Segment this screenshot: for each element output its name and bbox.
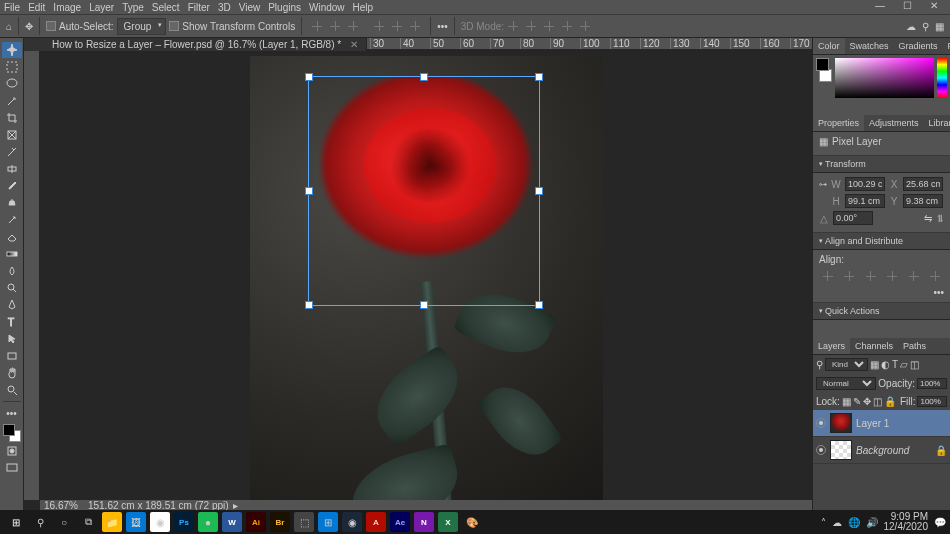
window-close-button[interactable]: ✕ bbox=[930, 0, 938, 11]
lock-position-icon[interactable]: ✥ bbox=[863, 396, 871, 407]
tray-network-icon[interactable]: 🌐 bbox=[848, 517, 860, 528]
lock-icon[interactable]: 🔒 bbox=[935, 445, 947, 456]
edit-toolbar-icon[interactable]: ••• bbox=[2, 405, 22, 421]
filter-smart-icon[interactable]: ◫ bbox=[910, 359, 919, 370]
y-input[interactable] bbox=[903, 194, 943, 208]
screen-mode-icon[interactable] bbox=[2, 460, 22, 476]
hue-slider[interactable] bbox=[937, 58, 947, 98]
flip-horizontal-icon[interactable]: ⇋ bbox=[924, 213, 932, 224]
foreground-color[interactable] bbox=[3, 424, 15, 436]
healing-brush-tool[interactable] bbox=[2, 161, 22, 177]
menu-select[interactable]: Select bbox=[152, 2, 180, 13]
tab-paths[interactable]: Paths bbox=[898, 338, 931, 354]
frame-tool[interactable] bbox=[2, 127, 22, 143]
3d-orbit-icon[interactable] bbox=[506, 19, 520, 33]
align-more-icon[interactable]: ••• bbox=[933, 287, 944, 298]
filter-shape-icon[interactable]: ▱ bbox=[900, 359, 908, 370]
layer-row-background[interactable]: Background 🔒 bbox=[813, 437, 950, 464]
angle-input[interactable] bbox=[833, 211, 873, 225]
history-brush-tool[interactable] bbox=[2, 212, 22, 228]
tab-layers[interactable]: Layers bbox=[813, 338, 850, 354]
eraser-tool[interactable] bbox=[2, 229, 22, 245]
auto-select-checkbox[interactable] bbox=[46, 21, 56, 31]
menu-file[interactable]: File bbox=[4, 2, 20, 13]
taskbar-app-steam[interactable]: ◉ bbox=[342, 512, 362, 532]
menu-type[interactable]: Type bbox=[122, 2, 144, 13]
layer-name-layer1[interactable]: Layer 1 bbox=[856, 418, 889, 429]
task-view-button[interactable]: ⧉ bbox=[78, 512, 98, 532]
menu-view[interactable]: View bbox=[239, 2, 261, 13]
filter-type-icon[interactable]: T bbox=[892, 359, 898, 370]
menu-filter[interactable]: Filter bbox=[188, 2, 210, 13]
crop-tool[interactable] bbox=[2, 110, 22, 126]
align-horizontal-centers-icon[interactable] bbox=[843, 269, 857, 283]
document-tab[interactable]: How to Resize a Layer – Flower.psd @ 16.… bbox=[44, 38, 367, 51]
quick-mask-icon[interactable] bbox=[2, 443, 22, 459]
magic-wand-tool[interactable] bbox=[2, 93, 22, 109]
status-chevron-icon[interactable]: ▸ bbox=[233, 500, 238, 511]
visibility-toggle-background[interactable] bbox=[816, 445, 826, 455]
align-bottom-icon[interactable] bbox=[408, 19, 422, 33]
align-right-icon[interactable] bbox=[346, 19, 360, 33]
taskbar-app-paint[interactable]: 🎨 bbox=[462, 512, 482, 532]
taskbar-app-spotify[interactable]: ● bbox=[198, 512, 218, 532]
flip-vertical-icon[interactable]: ⥮ bbox=[936, 213, 944, 224]
menu-image[interactable]: Image bbox=[53, 2, 81, 13]
taskbar-app-photos[interactable]: 🖼 bbox=[126, 512, 146, 532]
tab-adjustments[interactable]: Adjustments bbox=[864, 115, 924, 131]
eyedropper-tool[interactable] bbox=[2, 144, 22, 160]
hand-tool[interactable] bbox=[2, 365, 22, 381]
taskbar-app-generic1[interactable]: ⬚ bbox=[294, 512, 314, 532]
align-top-edges-icon[interactable] bbox=[886, 269, 900, 283]
layer-row-layer1[interactable]: Layer 1 bbox=[813, 410, 950, 437]
menu-plugins[interactable]: Plugins bbox=[268, 2, 301, 13]
rectangle-tool[interactable] bbox=[2, 348, 22, 364]
width-input[interactable] bbox=[845, 177, 885, 191]
taskbar-app-illustrator[interactable]: Ai bbox=[246, 512, 266, 532]
tab-gradients[interactable]: Gradients bbox=[894, 38, 943, 54]
align-top-icon[interactable] bbox=[372, 19, 386, 33]
tray-notifications-icon[interactable]: 💬 bbox=[934, 517, 946, 528]
marquee-tool[interactable] bbox=[2, 59, 22, 75]
quick-actions-header[interactable]: Quick Actions bbox=[813, 302, 950, 320]
gradient-tool[interactable] bbox=[2, 246, 22, 262]
document-canvas[interactable] bbox=[250, 56, 603, 506]
align-left-icon[interactable] bbox=[310, 19, 324, 33]
system-clock[interactable]: 9:09 PM 12/4/2020 bbox=[884, 512, 929, 532]
more-options-icon[interactable]: ••• bbox=[437, 21, 448, 32]
zoom-tool[interactable] bbox=[2, 382, 22, 398]
transform-controls-checkbox[interactable] bbox=[169, 21, 179, 31]
menu-help[interactable]: Help bbox=[353, 2, 374, 13]
color-swatches[interactable] bbox=[3, 424, 21, 442]
taskbar-app-photoshop[interactable]: Ps bbox=[174, 512, 194, 532]
cortana-button[interactable]: ○ bbox=[54, 512, 74, 532]
opacity-input[interactable] bbox=[917, 378, 947, 389]
x-input[interactable] bbox=[903, 177, 943, 191]
move-tool[interactable] bbox=[2, 42, 22, 58]
home-icon[interactable]: ⌂ bbox=[6, 21, 12, 32]
blend-mode-dropdown[interactable]: Normal bbox=[816, 377, 876, 390]
move-tool-icon[interactable]: ✥ bbox=[25, 21, 33, 32]
lock-transparency-icon[interactable]: ▦ bbox=[842, 396, 851, 407]
tray-volume-icon[interactable]: 🔊 bbox=[866, 517, 878, 528]
align-vertical-centers-icon[interactable] bbox=[907, 269, 921, 283]
workspace-icon[interactable]: ▦ bbox=[935, 21, 944, 32]
height-input[interactable] bbox=[845, 194, 885, 208]
layer-name-background[interactable]: Background bbox=[856, 445, 909, 456]
color-field[interactable] bbox=[835, 58, 934, 98]
dodge-tool[interactable] bbox=[2, 280, 22, 296]
lock-pixels-icon[interactable]: ✎ bbox=[853, 396, 861, 407]
filter-search-icon[interactable]: ⚲ bbox=[816, 359, 823, 370]
menu-edit[interactable]: Edit bbox=[28, 2, 45, 13]
fill-input[interactable] bbox=[917, 396, 947, 407]
lock-all-icon[interactable]: 🔒 bbox=[884, 396, 896, 407]
clone-stamp-tool[interactable] bbox=[2, 195, 22, 211]
tab-swatches[interactable]: Swatches bbox=[845, 38, 894, 54]
pen-tool[interactable] bbox=[2, 297, 22, 313]
type-tool[interactable]: T bbox=[2, 314, 22, 330]
3d-slide-icon[interactable] bbox=[560, 19, 574, 33]
visibility-toggle-layer1[interactable] bbox=[816, 418, 826, 428]
menu-window[interactable]: Window bbox=[309, 2, 345, 13]
taskbar-app-explorer[interactable]: 📁 bbox=[102, 512, 122, 532]
link-wh-icon[interactable]: ⊶ bbox=[819, 180, 827, 189]
